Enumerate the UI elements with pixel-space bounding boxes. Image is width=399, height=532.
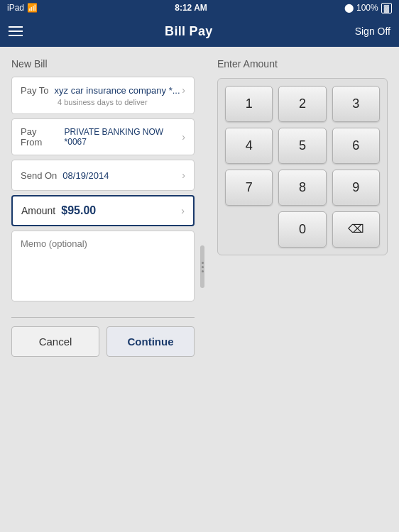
amount-chevron: › <box>181 205 185 216</box>
numpad-key-1[interactable]: 1 <box>225 86 273 122</box>
battery-label: 100% <box>356 3 378 13</box>
menu-icon[interactable] <box>9 26 23 36</box>
numpad-key-5[interactable]: 5 <box>278 128 326 164</box>
send-on-chevron: › <box>182 170 185 181</box>
numpad-key-3[interactable]: 3 <box>332 86 380 122</box>
main-content: New Bill Pay To xyz car insurance compan… <box>0 47 399 532</box>
numpad-key-2[interactable]: 2 <box>278 86 326 122</box>
bluetooth-icon: ⬤ <box>344 3 354 13</box>
pay-from-row[interactable]: Pay From PRIVATE BANKING NOW *0067 › <box>11 118 195 155</box>
panel-drag-handle[interactable] <box>200 245 204 288</box>
numpad-empty <box>225 211 273 248</box>
numpad-backspace[interactable]: ⌫ <box>332 211 380 248</box>
pay-from-label: Pay From <box>21 126 59 148</box>
new-bill-title: New Bill <box>11 58 195 70</box>
send-on-value: 08/19/2014 <box>62 170 109 181</box>
amount-value: $95.00 <box>61 204 96 217</box>
numpad-key-7[interactable]: 7 <box>225 170 273 206</box>
send-on-label: Send On <box>21 170 57 181</box>
memo-input[interactable] <box>11 231 195 301</box>
pay-to-row[interactable]: Pay To xyz car insurance company *... › … <box>11 77 195 114</box>
numpad-grid: 1234567890⌫ <box>225 86 380 248</box>
continue-button[interactable]: Continue <box>106 326 195 357</box>
enter-amount-title: Enter Amount <box>217 58 388 70</box>
send-on-row[interactable]: Send On 08/19/2014 › <box>11 160 195 191</box>
pay-to-value: xyz car insurance company *... <box>55 85 180 96</box>
sign-off-button[interactable]: Sign Off <box>355 26 390 37</box>
status-bar: iPad 📶 8:12 AM ⬤ 100% ▓ <box>0 0 399 16</box>
amount-row[interactable]: Amount $95.00 › <box>11 195 195 226</box>
left-panel: New Bill Pay To xyz car insurance compan… <box>0 47 206 532</box>
numpad-key-9[interactable]: 9 <box>332 170 380 206</box>
button-row: Cancel Continue <box>11 326 195 357</box>
divider <box>11 317 195 318</box>
pay-to-sublabel: 4 business days to deliver <box>21 98 148 106</box>
pay-from-chevron: › <box>182 131 185 143</box>
amount-label: Amount <box>21 205 55 216</box>
right-panel: Enter Amount 1234567890⌫ <box>206 47 399 532</box>
nav-bar: Bill Pay Sign Off <box>0 16 399 47</box>
numpad-container: 1234567890⌫ <box>217 78 388 255</box>
nav-title: Bill Pay <box>165 24 212 39</box>
pay-to-label: Pay To <box>21 85 49 96</box>
numpad-key-4[interactable]: 4 <box>225 128 273 164</box>
battery-icon: ▓ <box>381 3 392 13</box>
pay-from-value: PRIVATE BANKING NOW *0067 <box>65 127 182 147</box>
carrier-label: iPad <box>7 3 24 13</box>
status-time: 8:12 AM <box>175 3 207 13</box>
status-right: ⬤ 100% ▓ <box>344 3 392 13</box>
wifi-icon: 📶 <box>27 3 38 13</box>
pay-to-top: Pay To xyz car insurance company *... › <box>21 84 185 96</box>
numpad-key-0[interactable]: 0 <box>278 211 326 248</box>
cancel-button[interactable]: Cancel <box>11 326 99 357</box>
numpad-key-6[interactable]: 6 <box>332 128 380 164</box>
pay-to-chevron: › <box>182 84 185 96</box>
numpad-key-8[interactable]: 8 <box>278 170 326 206</box>
status-left: iPad 📶 <box>7 3 38 13</box>
